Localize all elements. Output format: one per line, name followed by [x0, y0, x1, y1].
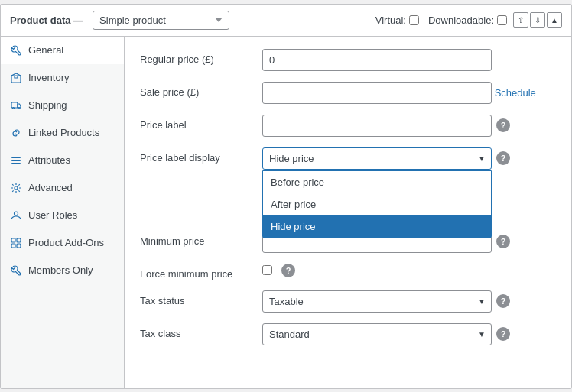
virtual-checkbox[interactable]	[409, 15, 419, 25]
svg-rect-10	[17, 238, 21, 242]
header-arrows: ⇧ ⇩ ▲	[513, 12, 562, 28]
force-minimum-price-checkbox-row: ?	[262, 264, 295, 277]
tax-class-select[interactable]: Standard Reduced rate Zero rate	[262, 323, 492, 345]
force-minimum-price-checkbox[interactable]	[262, 265, 272, 275]
tax-class-label: Tax class	[140, 323, 262, 339]
product-data-label: Product data —	[10, 15, 83, 26]
sidebar: General Inventory	[1, 37, 125, 388]
sale-price-control: Schedule	[262, 82, 556, 104]
tax-status-label: Tax status	[140, 290, 262, 306]
sidebar-label-members-only: Members Only	[28, 264, 93, 276]
tax-class-control: Standard Reduced rate Zero rate ▼ ?	[262, 323, 556, 345]
product-type-select[interactable]: Simple product Variable product Grouped …	[93, 11, 229, 30]
dropdown-option-after-price[interactable]: After price	[263, 193, 491, 215]
virtual-label[interactable]: Virtual:	[375, 15, 419, 26]
svg-rect-12	[17, 244, 21, 248]
downloadable-label[interactable]: Downloadable:	[428, 15, 507, 26]
virtual-downloadable-group: Virtual: Downloadable:	[375, 15, 507, 26]
sidebar-item-advanced[interactable]: Advanced	[1, 174, 124, 202]
force-minimum-price-label: Force minimum price	[140, 264, 262, 280]
sale-price-input[interactable]	[262, 82, 492, 104]
svg-rect-11	[11, 244, 15, 248]
sidebar-item-linked-products[interactable]: Linked Products	[1, 119, 124, 147]
sidebar-label-shipping: Shipping	[28, 99, 67, 111]
sidebar-item-inventory[interactable]: Inventory	[1, 64, 124, 92]
price-label-display-control: Before price After price Hide price ▼ Be…	[262, 147, 556, 170]
force-minimum-price-control: ?	[262, 264, 556, 277]
price-label-input[interactable]	[262, 115, 492, 137]
tax-status-row: Tax status Taxable Shipping only None ▼ …	[140, 290, 556, 313]
dropdown-option-before-price[interactable]: Before price	[263, 171, 491, 193]
svg-rect-1	[11, 102, 18, 108]
members-icon	[10, 264, 22, 277]
sale-price-row: Sale price (£) Schedule	[140, 82, 556, 104]
svg-point-7	[15, 186, 18, 190]
svg-rect-0	[11, 76, 21, 83]
tax-status-control: Taxable Shipping only None ▼ ?	[262, 290, 556, 313]
box-icon	[10, 72, 22, 84]
sidebar-label-inventory: Inventory	[28, 72, 69, 83]
price-label-display-label: Price label display	[140, 147, 262, 164]
product-type-wrapper: Simple product Variable product Grouped …	[93, 11, 363, 30]
wrench-icon	[10, 44, 22, 57]
regular-price-control	[262, 49, 556, 71]
schedule-link[interactable]: Schedule	[495, 87, 536, 99]
person-icon	[10, 209, 22, 222]
sidebar-item-shipping[interactable]: Shipping	[1, 92, 124, 119]
arrow-up-button[interactable]: ⇧	[513, 12, 528, 28]
arrow-down-button[interactable]: ⇩	[530, 12, 545, 28]
product-data-header: Product data — Simple product Variable p…	[1, 5, 571, 37]
dropdown-option-hide-price[interactable]: Hide price	[263, 215, 491, 238]
sidebar-item-general[interactable]: General	[1, 37, 124, 64]
tax-class-row: Tax class Standard Reduced rate Zero rat…	[140, 323, 556, 345]
arrow-collapse-button[interactable]: ▲	[547, 12, 562, 28]
truck-icon	[10, 99, 22, 112]
sidebar-item-members-only[interactable]: Members Only	[1, 257, 124, 284]
sidebar-label-advanced: Advanced	[28, 182, 73, 193]
product-data-body: General Inventory	[1, 37, 571, 388]
svg-rect-4	[11, 157, 21, 158]
svg-rect-9	[11, 238, 15, 242]
price-label-display-help-icon[interactable]: ?	[496, 151, 510, 165]
product-data-panel: Product data — Simple product Variable p…	[0, 4, 572, 389]
sidebar-item-attributes[interactable]: Attributes	[1, 147, 124, 174]
svg-rect-5	[11, 160, 21, 161]
link-icon	[10, 127, 22, 139]
downloadable-checkbox[interactable]	[497, 15, 507, 25]
price-label-display-dropdown: Before price After price Hide price	[262, 170, 492, 238]
regular-price-input[interactable]	[262, 49, 492, 71]
force-minimum-price-help-icon[interactable]: ?	[281, 264, 295, 277]
sale-price-label: Sale price (£)	[140, 82, 262, 98]
sidebar-label-linked-products: Linked Products	[28, 127, 99, 138]
force-minimum-price-row: Force minimum price ?	[140, 264, 556, 280]
sidebar-label-product-add-ons: Product Add-Ons	[28, 237, 104, 248]
price-label-display-row: Price label display Before price After p…	[140, 147, 556, 170]
sidebar-item-user-roles[interactable]: User Roles	[1, 202, 124, 229]
puzzle-icon	[10, 237, 22, 249]
sidebar-label-user-roles: User Roles	[28, 209, 77, 221]
price-label-help-icon[interactable]: ?	[496, 118, 510, 132]
sidebar-label-general: General	[28, 44, 63, 56]
svg-point-8	[15, 212, 18, 215]
sidebar-item-product-add-ons[interactable]: Product Add-Ons	[1, 229, 124, 257]
tax-class-wrapper: Standard Reduced rate Zero rate ▼	[262, 323, 492, 345]
price-label-row: Price label ?	[140, 115, 556, 137]
svg-rect-6	[11, 163, 21, 164]
tax-status-help-icon[interactable]: ?	[496, 294, 510, 308]
price-label-control: ?	[262, 115, 556, 137]
regular-price-label: Regular price (£)	[140, 49, 262, 65]
tax-status-select[interactable]: Taxable Shipping only None	[262, 290, 492, 313]
attributes-icon	[10, 154, 22, 167]
sidebar-label-attributes: Attributes	[28, 154, 70, 166]
content-area: Regular price (£) Sale price (£) Schedul…	[125, 37, 571, 388]
price-label-display-select[interactable]: Before price After price Hide price	[262, 147, 492, 170]
price-label-label: Price label	[140, 115, 262, 131]
price-label-display-wrapper: Before price After price Hide price ▼ Be…	[262, 147, 492, 170]
regular-price-row: Regular price (£)	[140, 49, 556, 71]
minimum-price-label: Minimum price	[140, 231, 262, 247]
tax-class-help-icon[interactable]: ?	[496, 327, 510, 341]
tax-status-wrapper: Taxable Shipping only None ▼	[262, 290, 492, 313]
minimum-price-help-icon[interactable]: ?	[496, 235, 510, 248]
gear-icon	[10, 182, 22, 194]
